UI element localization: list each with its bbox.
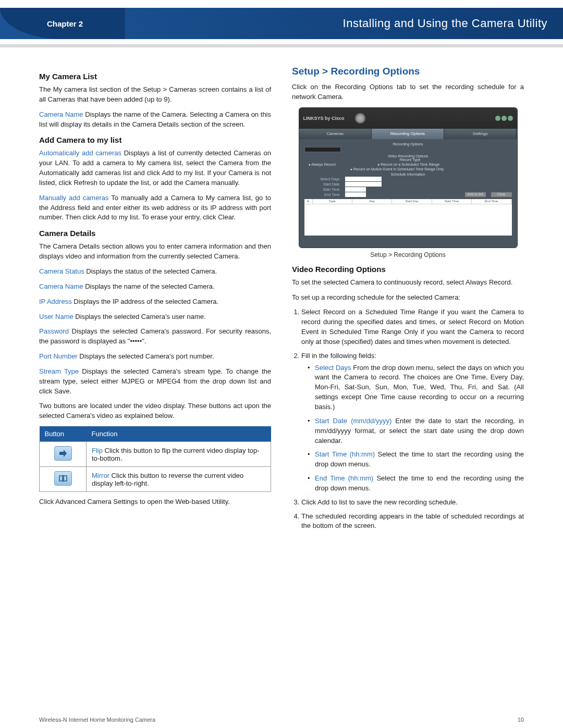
radio-scheduled: ● Record on a Scheduled Time Range — [377, 163, 439, 166]
field-input — [345, 182, 382, 187]
tab-cameras: Cameras — [299, 129, 372, 139]
mirror-desc: Mirror Click this button to reverse the … — [87, 467, 271, 492]
th-button: Button — [40, 426, 87, 442]
flip-desc: Flip Click this button to flip the curre… — [87, 442, 271, 467]
list-item: Click Add to list to save the new record… — [301, 498, 524, 508]
btn-clear: Clear — [491, 192, 512, 197]
chapter-tab: Chapter 2 — [0, 8, 125, 39]
figure-screenshot: LINKSYS by Cisco Cameras Recording Optio… — [292, 107, 524, 258]
app-body: Recording Options Video Recording Option… — [299, 139, 517, 239]
paragraph: Click on the Recording Options tab to se… — [292, 82, 524, 102]
term-ip-address: IP Address — [39, 298, 72, 305]
heading-my-camera-list: My Camera List — [39, 72, 271, 81]
term-body: Displays the selected Camera's port numb… — [78, 352, 214, 360]
section-label: Schedule Information — [304, 172, 512, 176]
term-manual-add: Manually add cameras — [39, 194, 108, 202]
field-input — [345, 177, 382, 181]
table-row: Flip Click this button to flip the curre… — [40, 442, 271, 467]
definition: Camera Name Displays the name of the Cam… — [39, 110, 271, 130]
app-window: LINKSYS by Cisco Cameras Recording Optio… — [299, 107, 518, 248]
th: Type — [313, 199, 352, 204]
table-row: Mirror Click this button to reverse the … — [40, 467, 271, 492]
heading-video-recording-options: Video Recording Options — [292, 265, 524, 274]
list-item: The scheduled recording appears in the t… — [301, 512, 524, 532]
term-body: Displays the IP address of the selected … — [72, 298, 219, 305]
paragraph: To set up a recording schedule for the s… — [292, 293, 524, 303]
schedule-table: # Type Day Start Day Start Time End Time — [304, 199, 512, 236]
list-item-text: Fill in the following fields: — [301, 352, 376, 360]
heading-add-camera: Add Camera to my list — [39, 135, 271, 144]
term-body: Displays the selected Camera's password.… — [39, 327, 271, 345]
tab-settings: Settings — [444, 129, 517, 139]
app-tabs: Cameras Recording Options Settings — [299, 129, 517, 139]
button-function-table: Button Function Flip Click this button t… — [39, 426, 271, 492]
heading-camera-details: Camera Details — [39, 229, 271, 238]
app-logo: LINKSYS by Cisco — [303, 116, 345, 121]
definition: Camera Name Displays the name of the sel… — [39, 282, 271, 292]
th: Start Time — [432, 199, 472, 204]
term-body: Click this button to flip the current vi… — [92, 447, 260, 462]
list-item: Select Record on a Scheduled Time Range … — [301, 307, 524, 347]
th-function: Function — [87, 426, 271, 442]
term-body: Displays the name of the selected Camera… — [83, 282, 215, 290]
term-camera-name-2: Camera Name — [39, 282, 83, 290]
radio-motion: ● Record on Motion Event in Scheduled Ti… — [350, 167, 444, 171]
term-password: Password — [39, 327, 69, 335]
btn-add: Add to list — [465, 192, 486, 197]
footer-page-number: 10 — [518, 717, 524, 723]
tab-recording-options: Recording Options — [372, 129, 444, 139]
term-auto-add: Automatically add cameras — [39, 149, 121, 157]
term-user-name: User Name — [39, 313, 74, 320]
mirror-icon — [54, 471, 72, 486]
definition: User Name Displays the selected Camera's… — [39, 312, 271, 322]
bullet-list: Select Days From the drop down menu, sel… — [308, 363, 524, 493]
th: End Time — [472, 199, 511, 204]
term-body: Click this button to reverse the current… — [92, 472, 243, 487]
paragraph: To set the selected Camera to continuous… — [292, 278, 524, 288]
field-label: Start Time — [309, 188, 340, 191]
term-port-number: Port Number — [39, 352, 78, 360]
mirror-icon-cell — [40, 467, 87, 492]
paragraph: The My camera list section of the Setup … — [39, 85, 271, 105]
flip-icon — [54, 446, 72, 461]
radio-always: ● Always Record — [309, 163, 336, 166]
radio-row: ● Always Record ● Record on a Scheduled … — [309, 163, 512, 166]
definition: IP Address Displays the IP address of th… — [39, 297, 271, 307]
page-header: Chapter 2 Installing and Using the Camer… — [0, 8, 563, 39]
right-column: Setup > Recording Options Click on the R… — [292, 66, 524, 536]
term-select-days: Select Days — [315, 364, 351, 372]
chapter-label: Chapter 2 — [47, 19, 83, 28]
term-flip: Flip — [92, 447, 103, 454]
term-stream-type: Stream Type — [39, 367, 79, 375]
term-body: Displays the status of the selected Came… — [84, 267, 217, 275]
camera-dropdown — [304, 147, 341, 152]
gear-icon — [355, 113, 365, 124]
definition: Password Displays the selected Camera's … — [39, 327, 271, 347]
term-start-time: Start Time (hh:mm) — [315, 450, 375, 458]
field-input — [345, 187, 366, 192]
term-mirror: Mirror — [92, 472, 109, 479]
term-camera-name: Camera Name — [39, 110, 83, 118]
app-titlebar: LINKSYS by Cisco — [299, 108, 517, 129]
term-end-time: End Time (hh:mm) — [315, 474, 373, 482]
window-controls — [495, 116, 513, 121]
term-start-date: Start Date (mm/dd/yyyy) — [315, 417, 391, 425]
page-title: Installing and Using the Camera Utility — [343, 17, 547, 30]
definition: Automatically add cameras Displays a lis… — [39, 149, 271, 188]
list-item: Select Days From the drop down menu, sel… — [308, 363, 524, 412]
definition: Camera Status Displays the status of the… — [39, 267, 271, 277]
definition: Port Number Displays the selected Camera… — [39, 352, 271, 362]
section-label: Recording Options — [304, 142, 512, 146]
figure-caption: Setup > Recording Options — [292, 251, 524, 258]
term-body: Displays the selected Camera's user name… — [74, 313, 206, 320]
radio-row: ● Record on Motion Event in Scheduled Ti… — [309, 167, 512, 171]
heading-setup-recording: Setup > Recording Options — [292, 66, 524, 77]
page-footer: Wireless-N Internet Home Monitoring Came… — [39, 717, 524, 723]
ordered-list: Select Record on a Scheduled Time Range … — [301, 307, 524, 531]
footer-product: Wireless-N Internet Home Monitoring Came… — [39, 717, 155, 723]
paragraph: Two buttons are located under the video … — [39, 401, 271, 421]
th: Start Day — [392, 199, 432, 204]
definition: Manually add cameras To manually add a C… — [39, 193, 271, 223]
flip-icon-cell — [40, 442, 87, 467]
field-label: End Time — [309, 193, 340, 196]
